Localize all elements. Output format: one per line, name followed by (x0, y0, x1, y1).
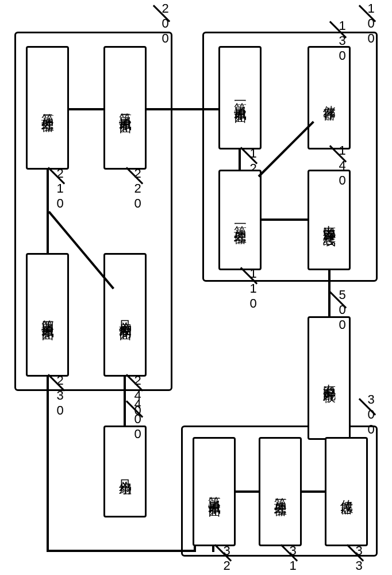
block-140-text: 电源管理总线 (321, 215, 337, 225)
block-220: 第二通讯界面 (103, 46, 147, 170)
label-320: 320 (219, 543, 234, 575)
conn-320-310 (236, 490, 259, 493)
block-210-text: 第二处理器 (40, 103, 56, 112)
label-330: 330 (351, 543, 366, 575)
label-140: 140 (335, 143, 349, 188)
label-100: 100 (363, 1, 378, 46)
label-130: 130 (335, 18, 349, 63)
block-310: 第三处理器 (259, 437, 302, 546)
label-310: 310 (285, 543, 300, 575)
block-400-text: 风扇组 (117, 469, 133, 474)
label-110: 110 (245, 266, 260, 311)
block-500-text: 电源分配板 (321, 374, 337, 382)
block-310-text: 第三处理器 (272, 488, 289, 496)
block-320-text: 第三通讯界面 (206, 486, 222, 497)
conn-220-120 (147, 108, 218, 110)
label-220: 220 (130, 166, 145, 211)
conn-210-220 (69, 108, 103, 110)
block-330-text: 传感器 (339, 489, 355, 494)
block-330: 传感器 (325, 437, 368, 546)
block-110: 第一处理器 (218, 170, 262, 270)
block-230-text: 第四通讯界面 (40, 310, 56, 320)
conn-120-110 (239, 150, 241, 170)
conn-240-400 (124, 377, 126, 425)
block-120-text: 第一通讯界面 (232, 93, 248, 103)
block-210: 第二处理器 (26, 46, 69, 170)
block-120: 第一通讯界面 (218, 46, 262, 150)
block-110-text: 第一处理器 (232, 216, 248, 224)
conn-230-320-h (47, 550, 196, 552)
label-210: 210 (52, 166, 67, 211)
block-240: 风扇控制界面 (103, 253, 147, 377)
block-500: 电源分配板 (308, 316, 351, 440)
block-230: 第四通讯界面 (26, 253, 69, 377)
conn-110-140 (262, 218, 308, 221)
block-320: 第三通讯界面 (193, 437, 236, 546)
label-200: 200 (157, 1, 172, 46)
conn-140-500 (328, 270, 330, 316)
label-500: 500 (335, 288, 349, 332)
block-220-text: 第二通讯界面 (117, 103, 133, 113)
block-130-text: 储存器 (321, 95, 337, 101)
label-230: 230 (52, 373, 67, 418)
conn-230-320-v (47, 377, 49, 552)
block-240-text: 风扇控制界面 (117, 310, 133, 320)
conn-320-310b (212, 546, 214, 552)
conn-310-330 (302, 490, 325, 493)
label-400: 400 (130, 397, 145, 442)
label-300: 300 (363, 392, 378, 437)
conn-230-320-v2 (194, 546, 196, 552)
